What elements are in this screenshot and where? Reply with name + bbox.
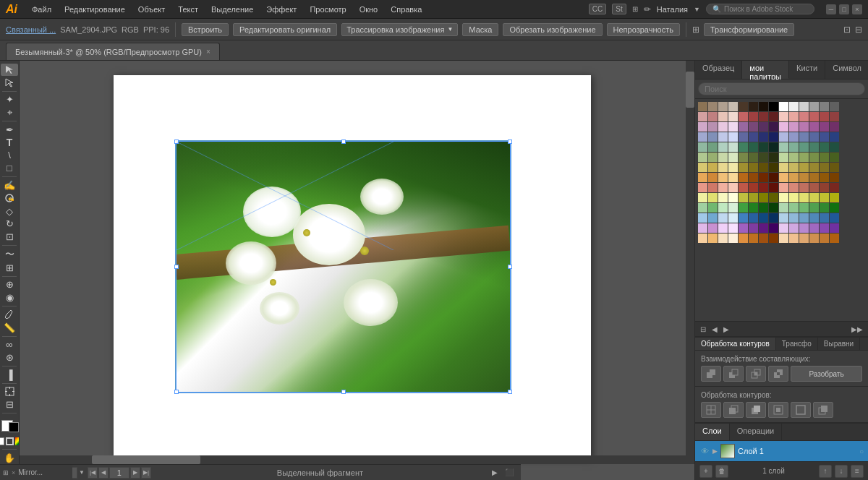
new-layer-button[interactable]: + <box>699 465 712 478</box>
swatch-10-2[interactable] <box>718 203 728 213</box>
swatch-6-11[interactable] <box>809 163 819 172</box>
swatch-11-7[interactable] <box>769 213 778 223</box>
swatch-3-1[interactable] <box>708 132 718 142</box>
swatch-12-2[interactable] <box>718 223 728 233</box>
swatch-1-0[interactable] <box>698 112 707 121</box>
handle-top-left[interactable] <box>174 140 179 144</box>
swatch-10-0[interactable] <box>698 203 707 213</box>
swatch-9-7[interactable] <box>769 193 778 202</box>
swatch-12-9[interactable] <box>789 223 799 233</box>
swatch-8-7[interactable] <box>769 183 778 192</box>
exclude-button[interactable] <box>768 366 788 382</box>
edit-original-button[interactable]: Редактировать оригинал <box>233 23 337 36</box>
swatch-11-13[interactable] <box>830 213 839 223</box>
free-transform-tool[interactable]: ⊞ <box>1 262 18 274</box>
move-layer-down-button[interactable]: ↓ <box>835 465 848 478</box>
swatch-1-5[interactable] <box>749 112 758 121</box>
swatch-0-13[interactable] <box>830 102 839 111</box>
swatch-13-9[interactable] <box>789 233 799 243</box>
column-graph-tool[interactable]: ▐ <box>1 369 18 381</box>
handle-middle-left[interactable] <box>174 265 179 269</box>
swatch-11-12[interactable] <box>820 213 829 223</box>
swatch-3-2[interactable] <box>718 132 728 142</box>
layers-tab-operations[interactable]: Операции <box>730 424 782 440</box>
swatch-6-1[interactable] <box>708 163 718 172</box>
swatch-8-3[interactable] <box>728 183 738 192</box>
swatch-0-1[interactable] <box>708 102 718 111</box>
intersect-button[interactable] <box>746 366 766 382</box>
swatch-11-8[interactable] <box>779 213 788 223</box>
rotate-tool[interactable]: ↻ <box>1 218 18 231</box>
swatch-4-6[interactable] <box>759 142 768 152</box>
swatch-4-9[interactable] <box>789 142 799 152</box>
distribute-icon[interactable]: ⊟ <box>855 25 862 35</box>
swatches-next-button[interactable]: ▶▶ <box>849 325 865 334</box>
swatch-13-4[interactable] <box>739 233 748 243</box>
swatch-12-0[interactable] <box>698 223 707 233</box>
handle-top-right[interactable] <box>508 140 512 144</box>
swatch-10-7[interactable] <box>769 203 778 213</box>
lasso-tool[interactable]: ⌖ <box>1 106 18 119</box>
swatch-10-6[interactable] <box>759 203 768 213</box>
pathfinder-tab-pathfinder[interactable]: Обработка контуров <box>695 338 776 350</box>
live-paint-tool[interactable]: ◉ <box>1 291 18 304</box>
swatch-5-2[interactable] <box>718 153 728 162</box>
opacity-button[interactable]: Непрозрачность <box>607 23 680 36</box>
eraser-tool[interactable]: ◇ <box>1 205 18 218</box>
swatch-7-2[interactable] <box>718 173 728 182</box>
swatch-5-1[interactable] <box>708 153 718 162</box>
swatch-2-10[interactable] <box>799 122 809 132</box>
pathfinder-tab-align[interactable]: Выравни <box>818 338 860 350</box>
swatch-6-6[interactable] <box>759 163 768 172</box>
swatch-0-3[interactable] <box>728 102 738 111</box>
swatch-3-7[interactable] <box>769 132 778 142</box>
swatch-3-9[interactable] <box>789 132 799 142</box>
swatch-5-8[interactable] <box>779 153 788 162</box>
handle-bottom-middle[interactable] <box>341 390 346 394</box>
swatch-12-6[interactable] <box>759 223 768 233</box>
swatch-7-12[interactable] <box>820 173 829 182</box>
swatch-8-13[interactable] <box>830 183 839 192</box>
swatch-9-11[interactable] <box>809 193 819 202</box>
swatch-4-3[interactable] <box>728 142 738 152</box>
trace-button[interactable]: Трассировка изображения ▼ <box>341 23 458 36</box>
swatch-1-2[interactable] <box>718 112 728 121</box>
maximize-button[interactable]: □ <box>839 4 849 14</box>
stop-button[interactable]: ⬛ <box>503 467 515 479</box>
stroke-icon[interactable] <box>6 437 14 445</box>
swatch-2-6[interactable] <box>759 122 768 132</box>
swatch-4-10[interactable] <box>799 142 809 152</box>
swatch-9-3[interactable] <box>728 193 738 202</box>
hand-tool[interactable]: ✋ <box>1 452 18 464</box>
swatch-0-0[interactable] <box>698 102 707 111</box>
vertical-scrollbar[interactable] <box>686 61 694 464</box>
shape-tool[interactable]: □ <box>1 162 18 174</box>
menu-object[interactable]: Объект <box>132 4 171 15</box>
selection-tool[interactable] <box>1 64 18 76</box>
swatch-9-13[interactable] <box>830 193 839 202</box>
handle-top-middle[interactable] <box>341 140 346 144</box>
swatch-13-8[interactable] <box>779 233 788 243</box>
swatch-5-3[interactable] <box>728 153 738 162</box>
blob-brush-tool[interactable]: ✍ <box>1 192 18 205</box>
swatch-3-6[interactable] <box>759 132 768 142</box>
slice-tool[interactable]: ⊟ <box>1 398 18 411</box>
swatch-7-5[interactable] <box>749 173 758 182</box>
user-dropdown-icon[interactable]: ▼ <box>694 6 700 13</box>
swatch-7-0[interactable] <box>698 173 707 182</box>
swatch-9-5[interactable] <box>749 193 758 202</box>
canvas-area[interactable]: ▼ |◀ ◀ ▶ ▶| Выделенный фрагмент ▶ ⬛ <box>20 61 694 480</box>
swatch-8-4[interactable] <box>739 183 748 192</box>
swatch-13-11[interactable] <box>809 233 819 243</box>
swatch-0-2[interactable] <box>718 102 728 111</box>
tab-close-button[interactable]: × <box>206 48 210 56</box>
swatch-10-13[interactable] <box>830 203 839 213</box>
swatch-6-4[interactable] <box>739 163 748 172</box>
tab-symbols[interactable]: Символ <box>825 61 868 79</box>
artboard-tool[interactable] <box>1 385 18 398</box>
swatch-5-5[interactable] <box>749 153 758 162</box>
swatch-4-0[interactable] <box>698 142 707 152</box>
swatch-5-12[interactable] <box>820 153 829 162</box>
swatch-8-12[interactable] <box>820 183 829 192</box>
swatch-9-1[interactable] <box>708 193 718 202</box>
